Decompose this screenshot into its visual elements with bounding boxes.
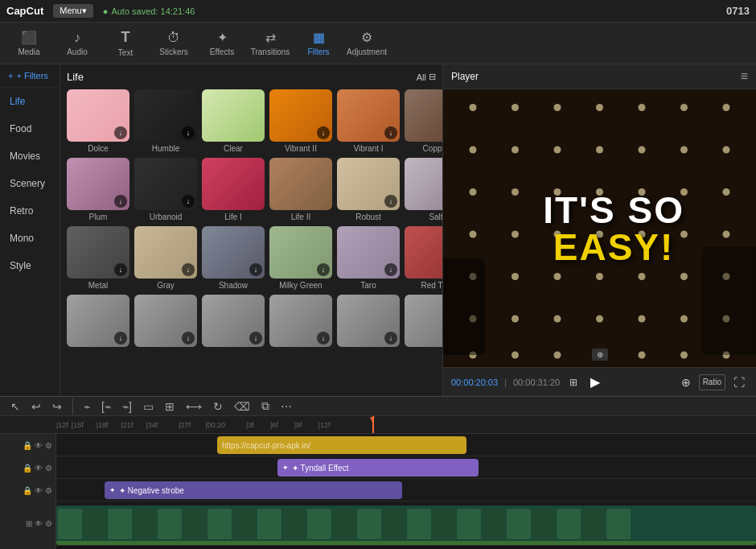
download-badge-6[interactable]: ↓ bbox=[114, 195, 127, 208]
main-track-settings[interactable]: ⚙ bbox=[45, 519, 52, 528]
download-badge-12[interactable]: ↓ bbox=[114, 263, 127, 276]
filter-item-22[interactable]: ↓ bbox=[337, 295, 400, 349]
tool-adjustment[interactable]: ⚙ Adjustment bbox=[344, 25, 389, 62]
track2-settings[interactable]: ⚙ bbox=[45, 464, 52, 473]
player-menu-icon[interactable]: ≡ bbox=[741, 69, 748, 84]
delete-button[interactable]: ⌫ bbox=[230, 398, 254, 415]
all-filters-button[interactable]: All ⊟ bbox=[417, 72, 436, 82]
filter-item-6[interactable]: ↓Plum bbox=[67, 158, 129, 221]
track1-settings[interactable]: ⚙ bbox=[45, 441, 52, 450]
trim-end-button[interactable]: ⌁] bbox=[118, 398, 136, 415]
filter-item-17[interactable]: ↓Red Tea bbox=[405, 226, 442, 290]
filter-item-9[interactable]: Life II bbox=[269, 158, 332, 221]
track3-eye[interactable]: 👁 bbox=[35, 486, 43, 495]
copy-button[interactable]: ⧉ bbox=[257, 397, 273, 415]
zoom-fit-button[interactable]: ⊕ bbox=[592, 349, 608, 361]
download-badge-4[interactable]: ↓ bbox=[384, 126, 397, 139]
category-food[interactable]: Food bbox=[0, 115, 60, 142]
download-badge-19[interactable]: ↓ bbox=[182, 332, 195, 345]
track-row-1: https://capcut-pro-apk.in/ bbox=[56, 434, 756, 456]
filter-item-11[interactable]: ↓Salt bbox=[405, 158, 442, 221]
category-style[interactable]: Style bbox=[0, 252, 60, 279]
filter-item-14[interactable]: ↓Shadow bbox=[202, 226, 265, 290]
filter-item-10[interactable]: ↓Robust bbox=[337, 158, 400, 221]
tool-filters[interactable]: ▦ Filters bbox=[296, 25, 341, 62]
tool-text[interactable]: T Text bbox=[103, 25, 148, 62]
play-button[interactable]: ▶ bbox=[587, 373, 603, 391]
filter-item-2[interactable]: Clear bbox=[202, 89, 265, 153]
undo-button[interactable]: ↩ bbox=[27, 398, 45, 415]
category-scenery[interactable]: Scenery bbox=[0, 170, 60, 197]
rotate-button[interactable]: ↻ bbox=[209, 398, 227, 415]
main-track-eye[interactable]: 👁 bbox=[35, 519, 43, 528]
filter-item-20[interactable]: ↓ bbox=[202, 295, 265, 349]
category-retro[interactable]: Retro bbox=[0, 197, 60, 225]
filter-item-5[interactable]: ↓Copper bbox=[405, 89, 442, 153]
filter-item-12[interactable]: ↓Metal bbox=[67, 226, 129, 290]
trim-start-button[interactable]: [⌁ bbox=[97, 398, 115, 415]
track3-settings[interactable]: ⚙ bbox=[45, 486, 52, 495]
filter-item-19[interactable]: ↓ bbox=[134, 295, 197, 349]
download-badge-1[interactable]: ↓ bbox=[182, 126, 195, 139]
tool-audio[interactable]: ♪ Audio bbox=[55, 25, 100, 62]
download-badge-7[interactable]: ↓ bbox=[182, 195, 195, 208]
filter-item-7[interactable]: ↓Urbanoid bbox=[134, 158, 197, 221]
category-movies[interactable]: Movies bbox=[0, 142, 60, 170]
track3-lock[interactable]: 🔒 bbox=[23, 486, 32, 495]
filter-item-3[interactable]: ↓Vibrant II bbox=[269, 89, 332, 153]
download-badge-0[interactable]: ↓ bbox=[114, 126, 127, 139]
clip-negative[interactable]: ✦ ✦ Negative strobe bbox=[105, 481, 402, 499]
track1-lock[interactable]: 🔒 bbox=[23, 441, 32, 450]
filter-item-16[interactable]: ↓Taro bbox=[337, 226, 400, 290]
download-badge-15[interactable]: ↓ bbox=[317, 263, 330, 276]
filter-thumb-16: ↓ bbox=[337, 226, 400, 279]
redo-button[interactable]: ↪ bbox=[48, 398, 66, 415]
filter-item-1[interactable]: ↓Humble bbox=[134, 89, 197, 153]
track2-eye[interactable]: 👁 bbox=[35, 464, 43, 473]
main-track-icon[interactable]: ⊞ bbox=[26, 519, 32, 528]
download-badge-3[interactable]: ↓ bbox=[317, 126, 330, 139]
category-mono[interactable]: Mono bbox=[0, 225, 60, 252]
more-button[interactable]: ⋯ bbox=[277, 398, 296, 415]
download-badge-10[interactable]: ↓ bbox=[384, 195, 397, 208]
flip-button[interactable]: ⟷ bbox=[182, 398, 206, 415]
filter-item-15[interactable]: ↓Milky Green bbox=[269, 226, 332, 290]
category-life[interactable]: Life bbox=[0, 88, 60, 115]
tool-effects[interactable]: ✦ Effects bbox=[199, 25, 244, 62]
download-badge-21[interactable]: ↓ bbox=[317, 332, 330, 345]
transform-button[interactable]: ⊞ bbox=[161, 398, 179, 415]
download-badge-16[interactable]: ↓ bbox=[384, 263, 397, 276]
menu-button[interactable]: Menu▾ bbox=[53, 4, 93, 18]
playhead[interactable] bbox=[372, 416, 374, 433]
split-button[interactable]: ⌁ bbox=[80, 398, 94, 415]
filter-item-8[interactable]: Life I bbox=[202, 158, 265, 221]
download-badge-22[interactable]: ↓ bbox=[384, 332, 397, 345]
filter-item-4[interactable]: ↓Vibrant I bbox=[337, 89, 400, 153]
track1-eye[interactable]: 👁 bbox=[35, 441, 43, 450]
crop-button[interactable]: ▭ bbox=[139, 398, 158, 415]
fullscreen-button[interactable]: ⛶ bbox=[730, 374, 748, 390]
filters-tag[interactable]: + + Filters bbox=[0, 64, 60, 88]
clip-tyndall[interactable]: ✦ ✦ Tyndall Effect bbox=[277, 459, 479, 477]
tool-stickers[interactable]: ⏱ Stickers bbox=[151, 25, 196, 62]
filter-item-18[interactable]: ↓ bbox=[67, 295, 129, 349]
track-label-3: 🔒 👁 ⚙ bbox=[0, 479, 55, 502]
main-video-clip[interactable] bbox=[56, 506, 756, 542]
tool-transitions[interactable]: ⇄ Transitions bbox=[248, 25, 293, 62]
filter-item-13[interactable]: ↓Gray bbox=[134, 226, 197, 290]
download-badge-18[interactable]: ↓ bbox=[114, 332, 127, 345]
cursor-tool[interactable]: ↖ bbox=[6, 398, 24, 415]
ratio-button[interactable]: Ratio bbox=[699, 374, 725, 390]
download-badge-20[interactable]: ↓ bbox=[249, 332, 262, 345]
download-badge-14[interactable]: ↓ bbox=[249, 263, 262, 276]
filter-item-0[interactable]: ↓Dolce bbox=[67, 89, 129, 153]
track2-lock[interactable]: 🔒 bbox=[23, 464, 32, 473]
tool-media[interactable]: ⬛ Media bbox=[6, 25, 51, 62]
download-badge-13[interactable]: ↓ bbox=[182, 263, 195, 276]
timeline-toolbar: ↖ ↩ ↪ ⌁ [⌁ ⌁] ▭ ⊞ ⟷ ↻ ⌫ ⧉ ⋯ bbox=[0, 397, 756, 416]
zoom-button[interactable]: ⊕ bbox=[678, 374, 694, 390]
grid-view-button[interactable]: ⊞ bbox=[566, 375, 581, 390]
filter-item-21[interactable]: ↓ bbox=[269, 295, 332, 349]
clip-watermark[interactable]: https://capcut-pro-apk.in/ bbox=[217, 436, 466, 454]
filter-item-23[interactable]: ↓ bbox=[405, 295, 442, 349]
